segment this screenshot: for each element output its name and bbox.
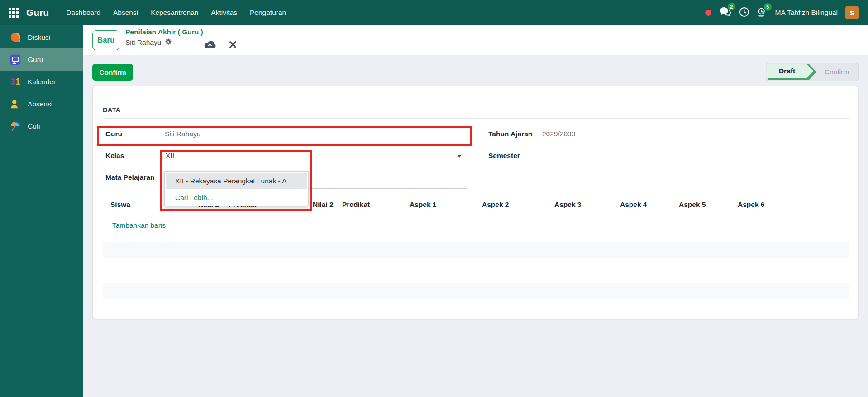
section-title-data: DATA — [103, 106, 121, 114]
sidebar: Diskusi Guru 31 Kalender Absensi — [0, 25, 83, 397]
sidebar-item-label: Kalender — [28, 78, 56, 86]
calendar-31-icon: 31 — [9, 76, 21, 88]
top-navbar: Guru Dashboard Absensi Kepesantrenan Akt… — [0, 0, 868, 25]
sidebar-item-guru[interactable]: Guru — [0, 48, 83, 71]
apps-grid-icon[interactable] — [7, 6, 20, 19]
discuss-icon — [9, 31, 21, 43]
col-header-aspek-1: Aspek 1 — [410, 201, 436, 209]
breadcrumb-title[interactable]: Penilaian Akhir ( Guru ) — [125, 28, 203, 36]
attendance-person-icon — [9, 98, 21, 110]
nav-item-aktivitas[interactable]: Aktivitas — [206, 5, 242, 20]
col-header-aspek-3: Aspek 3 — [554, 201, 581, 209]
kelas-field-input[interactable]: XII — [166, 152, 175, 160]
app-name-menu[interactable]: Guru — [26, 7, 49, 18]
tahun-ajaran-field-label: Tahun Ajaran — [488, 130, 532, 138]
close-icon — [229, 43, 237, 50]
guru-field-label: Guru — [105, 130, 122, 138]
empty-table-row — [103, 283, 849, 299]
sidebar-item-label: Guru — [28, 56, 43, 64]
guru-field-input[interactable]: Siti Rahayu — [165, 130, 200, 138]
col-header-aspek-4: Aspek 4 — [620, 201, 647, 209]
statusbar-step-draft[interactable]: Draft — [767, 64, 814, 78]
col-header-aspek-5: Aspek 5 — [679, 201, 706, 209]
nav-item-dashboard[interactable]: Dashboard — [62, 5, 105, 20]
add-row-link[interactable]: Tambahkan baris — [112, 221, 166, 230]
kelas-dropdown-caret-icon[interactable] — [458, 155, 461, 158]
nav-item-pengaturan[interactable]: Pengaturan — [245, 5, 291, 20]
record-name: Siti Rahayu — [125, 38, 161, 47]
presence-dot-icon — [705, 10, 711, 16]
avatar[interactable]: S — [845, 6, 859, 19]
activities-badge: 5 — [764, 3, 772, 11]
breadcrumb-record: Siti Rahayu — [125, 38, 172, 47]
form-sheet: DATA Guru Siti Rahayu Tahun Ajaran 2029/… — [92, 86, 859, 319]
nav-item-kepesantrenan[interactable]: Kepesantrenan — [146, 5, 203, 20]
sidebar-item-label: Cuti — [28, 122, 40, 130]
save-cloud-button[interactable] — [203, 39, 217, 52]
umbrella-icon — [9, 120, 21, 132]
dropdown-option-kelas[interactable]: XII - Rekayasa Perangkat Lunak - A — [166, 173, 307, 189]
col-header-siswa: Siswa — [110, 201, 130, 209]
discard-button[interactable] — [229, 40, 237, 51]
col-header-nilai-2: Nilai 2 — [313, 201, 334, 209]
empty-table-row — [103, 242, 849, 258]
semester-field-label: Semester — [488, 152, 520, 160]
sidebar-item-label: Absensi — [28, 100, 52, 108]
cloud-upload-icon — [203, 44, 217, 52]
sidebar-item-label: Diskusi — [28, 33, 50, 42]
kelas-field-label: Kelas — [105, 152, 124, 160]
history-button[interactable] — [739, 7, 749, 19]
col-header-aspek-6: Aspek 6 — [738, 201, 764, 209]
sidebar-item-absensi[interactable]: Absensi — [0, 93, 83, 115]
mata-pelajaran-field-label: Mata Pelajaran — [105, 173, 155, 182]
kelas-autocomplete-dropdown: XII - Rekayasa Perangkat Lunak - A Cari … — [164, 171, 309, 206]
tahun-ajaran-field-input[interactable]: 2029/2030 — [542, 130, 575, 138]
col-header-predikat-2: Predikat — [342, 201, 370, 209]
messages-badge: 2 — [728, 3, 735, 10]
clock-icon — [739, 7, 749, 19]
dropdown-search-more[interactable]: Cari Lebih... — [166, 190, 307, 205]
confirm-button[interactable]: Confirm — [92, 64, 133, 81]
statusbar: Draft Confirm — [766, 63, 859, 81]
user-company-menu[interactable]: MA Tahfizh Bilingual — [775, 9, 838, 17]
sidebar-item-diskusi[interactable]: Diskusi — [0, 26, 83, 48]
nav-item-absensi[interactable]: Absensi — [109, 5, 143, 20]
sidebar-item-kalender[interactable]: 31 Kalender — [0, 71, 83, 93]
guru-app-icon — [9, 53, 21, 66]
text-cursor — [175, 152, 176, 160]
col-header-aspek-2: Aspek 2 — [482, 201, 509, 209]
activities-button[interactable]: 5 — [757, 7, 768, 19]
sidebar-item-cuti[interactable]: Cuti — [0, 115, 83, 137]
gear-icon[interactable] — [165, 38, 172, 47]
messages-button[interactable]: 2 — [719, 6, 731, 19]
status-badge-new: Baru — [92, 30, 119, 50]
statusbar-step-confirm[interactable]: Confirm — [817, 63, 857, 81]
breadcrumb-bar: Baru Penilaian Akhir ( Guru ) Siti Rahay… — [83, 25, 868, 55]
annotation-box-guru-field — [97, 126, 472, 146]
